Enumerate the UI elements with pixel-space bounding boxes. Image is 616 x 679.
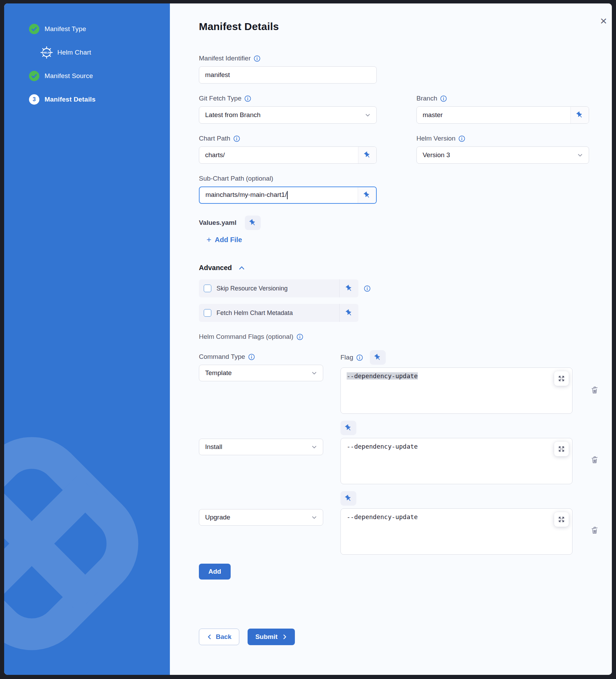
trash-icon [590,526,599,535]
fetch-helm-metadata-row: Fetch Helm Chart Metadata [199,304,358,322]
branch-pin-button[interactable] [570,107,589,123]
helm-version-label: Helm Version [416,134,589,143]
step-manifest-type[interactable]: Manifest Type [29,23,170,35]
fetch-helm-metadata-pin-button[interactable] [339,304,358,322]
flag-textarea-2[interactable]: --dependency-update [340,438,572,484]
pin-icon [362,190,373,201]
info-icon[interactable] [356,354,363,361]
chevron-left-icon [207,634,212,640]
submit-button[interactable]: Submit [248,629,295,645]
step-label: Manifest Type [45,25,86,33]
skip-resource-versioning-checkbox[interactable] [204,285,211,292]
check-circle-icon [29,24,39,34]
helm-wheel-icon: HELM [40,46,54,59]
sub-chart-path-pin-button[interactable] [358,187,376,203]
flag-pin-button-2[interactable] [340,421,356,435]
branch-label: Branch [416,94,589,103]
selected-text: --dependency-update [347,372,418,380]
helm-command-flags-label: Helm Command Flags (optional) [199,332,612,341]
git-fetch-type-select[interactable]: Latest from Branch [199,106,377,124]
info-icon[interactable] [459,135,465,142]
pin-icon [343,493,354,504]
info-icon[interactable] [364,285,370,292]
info-icon[interactable] [248,354,255,360]
step-label: Helm Chart [57,49,91,56]
pin-icon [575,110,585,121]
step-helm-chart[interactable]: HELM Helm Chart [40,47,170,58]
chevron-down-icon [365,112,371,118]
info-icon[interactable] [254,55,260,62]
step-label: Manifest Source [45,72,93,80]
page-title: Manifest Details [199,21,612,32]
pin-icon [362,150,373,161]
fetch-helm-metadata-checkbox[interactable] [204,309,211,317]
expand-icon [558,516,565,523]
brand-watermark-logo [4,414,161,673]
add-flag-button[interactable]: Add [199,564,231,580]
expand-button[interactable] [554,512,569,527]
manifest-identifier-label: Manifest Identifier [199,54,612,63]
chart-path-pin-button[interactable] [358,147,376,163]
values-file-label: Values.yaml [199,219,237,227]
git-fetch-type-label: Git Fetch Type [199,94,377,103]
advanced-section-title: Advanced [199,264,232,272]
sub-chart-path-label: Sub-Chart Path (optional) [199,174,377,183]
wizard-steps: Manifest Type HELM [4,3,170,105]
chevron-down-icon [577,152,583,158]
chevron-down-icon [311,370,317,376]
flag-label: Flag [340,353,363,362]
command-type-label: Command Type [199,352,323,361]
manifest-details-panel: × Manifest Details Manifest Identifier m… [170,3,612,675]
command-type-select-1[interactable]: Template [199,365,323,381]
manifest-wizard-modal: Manifest Type HELM [4,3,612,675]
chart-path-input[interactable]: charts/ [199,146,377,164]
step-number-badge: 3 [29,94,39,105]
command-type-select-3[interactable]: Upgrade [199,509,323,526]
flag-textarea-1[interactable]: --dependency-update [340,367,572,414]
pin-icon [344,308,355,318]
chevron-right-icon [282,634,287,640]
svg-text:HELM: HELM [43,51,50,54]
add-file-link[interactable]: + Add File [206,236,242,244]
expand-button[interactable] [554,442,569,456]
pin-icon [247,218,258,228]
command-type-select-2[interactable]: Install [199,439,323,455]
manifest-identifier-input[interactable]: manifest [199,66,377,84]
helm-version-select[interactable]: Version 3 [416,146,589,164]
chevron-down-icon [311,514,317,520]
delete-flag-button-1[interactable] [590,385,599,395]
check-circle-icon [29,71,39,81]
flag-pin-button-1[interactable] [370,350,386,365]
info-icon[interactable] [440,95,447,102]
delete-flag-button-2[interactable] [590,455,599,465]
close-icon[interactable]: × [597,14,610,28]
step-label: Manifest Details [45,96,96,103]
text-caret [287,191,288,199]
skip-resource-versioning-pin-button[interactable] [339,279,358,297]
delete-flag-button-3[interactable] [590,526,599,535]
plus-icon: + [206,236,211,244]
expand-icon [558,375,565,382]
chevron-down-icon [311,444,317,450]
chart-path-label: Chart Path [199,134,377,143]
flag-pin-button-3[interactable] [340,491,356,506]
step-manifest-details[interactable]: 3 Manifest Details [29,94,170,105]
branch-input[interactable]: master [416,106,589,124]
values-file-pin-button[interactable] [245,216,261,230]
info-icon[interactable] [233,135,240,142]
trash-icon [590,455,599,465]
wizard-sidebar: Manifest Type HELM [4,3,170,675]
checkbox-label: Fetch Helm Chart Metadata [216,309,339,317]
checkbox-label: Skip Resource Versioning [216,285,339,292]
skip-resource-versioning-row: Skip Resource Versioning [199,279,358,297]
sub-chart-path-input[interactable]: maincharts/my-main-chart1/ [199,187,377,204]
info-icon[interactable] [244,95,251,102]
pin-icon [343,423,354,433]
step-manifest-source[interactable]: Manifest Source [29,70,170,82]
back-button[interactable]: Back [199,629,239,645]
flag-textarea-3[interactable]: --dependency-update [340,508,572,555]
expand-icon [558,445,565,453]
chevron-up-icon[interactable] [238,265,245,271]
info-icon[interactable] [297,334,303,340]
expand-button[interactable] [554,371,569,386]
